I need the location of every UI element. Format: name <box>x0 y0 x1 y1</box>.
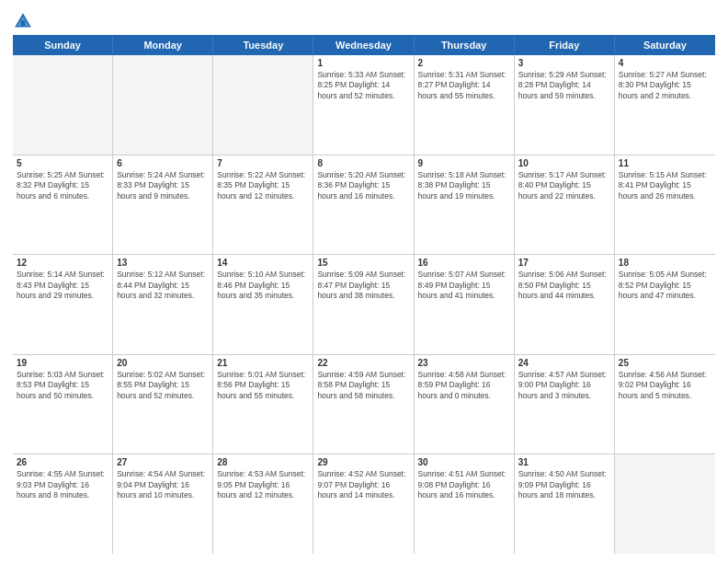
day-number: 27 <box>117 457 209 467</box>
calendar-cell: 31Sunrise: 4:50 AM Sunset: 9:09 PM Dayli… <box>515 454 615 554</box>
cell-text: Sunrise: 4:59 AM Sunset: 8:58 PM Dayligh… <box>317 370 409 401</box>
cell-text: Sunrise: 5:18 AM Sunset: 8:38 PM Dayligh… <box>418 170 510 201</box>
calendar-cell <box>213 55 313 155</box>
calendar-cell: 2Sunrise: 5:31 AM Sunset: 8:27 PM Daylig… <box>415 55 515 155</box>
calendar-cell: 16Sunrise: 5:07 AM Sunset: 8:49 PM Dayli… <box>415 255 515 354</box>
day-number: 29 <box>317 457 409 467</box>
day-number: 7 <box>217 158 309 168</box>
cell-text: Sunrise: 5:17 AM Sunset: 8:40 PM Dayligh… <box>518 170 610 201</box>
calendar-cell: 18Sunrise: 5:05 AM Sunset: 8:52 PM Dayli… <box>615 255 715 354</box>
day-number: 28 <box>217 457 309 467</box>
cell-text: Sunrise: 5:33 AM Sunset: 8:25 PM Dayligh… <box>317 70 409 101</box>
calendar-row: 5Sunrise: 5:25 AM Sunset: 8:32 PM Daylig… <box>13 155 715 256</box>
day-number: 30 <box>418 457 510 467</box>
calendar-cell: 8Sunrise: 5:20 AM Sunset: 8:36 PM Daylig… <box>313 155 414 255</box>
day-number: 11 <box>619 158 711 168</box>
calendar-cell: 17Sunrise: 5:06 AM Sunset: 8:50 PM Dayli… <box>515 255 615 354</box>
cell-text: Sunrise: 5:14 AM Sunset: 8:43 PM Dayligh… <box>17 270 108 301</box>
day-number: 2 <box>418 58 510 68</box>
day-number: 24 <box>518 358 610 368</box>
calendar-cell: 6Sunrise: 5:24 AM Sunset: 8:33 PM Daylig… <box>113 155 213 255</box>
cell-text: Sunrise: 5:05 AM Sunset: 8:52 PM Dayligh… <box>619 270 711 301</box>
cell-text: Sunrise: 5:25 AM Sunset: 8:32 PM Dayligh… <box>17 170 108 201</box>
cell-text: Sunrise: 5:09 AM Sunset: 8:47 PM Dayligh… <box>317 270 409 301</box>
weekday-header: Saturday <box>615 35 715 55</box>
calendar-cell: 14Sunrise: 5:10 AM Sunset: 8:46 PM Dayli… <box>213 255 313 354</box>
calendar-cell: 24Sunrise: 4:57 AM Sunset: 9:00 PM Dayli… <box>515 355 615 454</box>
calendar-cell: 30Sunrise: 4:51 AM Sunset: 9:08 PM Dayli… <box>415 454 515 554</box>
day-number: 19 <box>17 358 108 368</box>
day-number: 22 <box>317 358 409 368</box>
weekday-header: Friday <box>515 35 615 55</box>
calendar-row: 26Sunrise: 4:55 AM Sunset: 9:03 PM Dayli… <box>13 454 715 554</box>
day-number: 15 <box>317 258 409 268</box>
weekday-header: Thursday <box>415 35 515 55</box>
cell-text: Sunrise: 4:55 AM Sunset: 9:03 PM Dayligh… <box>17 469 108 500</box>
calendar-cell: 4Sunrise: 5:27 AM Sunset: 8:30 PM Daylig… <box>615 55 715 155</box>
calendar-cell: 12Sunrise: 5:14 AM Sunset: 8:43 PM Dayli… <box>13 255 113 354</box>
cell-text: Sunrise: 5:01 AM Sunset: 8:56 PM Dayligh… <box>217 370 309 401</box>
day-number: 13 <box>117 258 209 268</box>
calendar-row: 19Sunrise: 5:03 AM Sunset: 8:53 PM Dayli… <box>13 355 715 455</box>
calendar-cell: 22Sunrise: 4:59 AM Sunset: 8:58 PM Dayli… <box>313 355 414 454</box>
day-number: 10 <box>518 158 610 168</box>
calendar-cell: 13Sunrise: 5:12 AM Sunset: 8:44 PM Dayli… <box>113 255 213 354</box>
calendar-cell <box>615 454 715 554</box>
cell-text: Sunrise: 5:03 AM Sunset: 8:53 PM Dayligh… <box>17 370 108 401</box>
day-number: 16 <box>418 258 510 268</box>
cell-text: Sunrise: 4:58 AM Sunset: 8:59 PM Dayligh… <box>418 370 510 401</box>
calendar-cell: 28Sunrise: 4:53 AM Sunset: 9:05 PM Dayli… <box>213 454 313 554</box>
calendar-cell: 10Sunrise: 5:17 AM Sunset: 8:40 PM Dayli… <box>515 155 615 255</box>
cell-text: Sunrise: 5:06 AM Sunset: 8:50 PM Dayligh… <box>518 270 610 301</box>
day-number: 4 <box>619 58 711 68</box>
day-number: 9 <box>418 158 510 168</box>
day-number: 3 <box>518 58 610 68</box>
cell-text: Sunrise: 4:53 AM Sunset: 9:05 PM Dayligh… <box>217 469 309 500</box>
cell-text: Sunrise: 5:31 AM Sunset: 8:27 PM Dayligh… <box>418 70 510 101</box>
cell-text: Sunrise: 5:15 AM Sunset: 8:41 PM Dayligh… <box>619 170 711 201</box>
day-number: 23 <box>418 358 510 368</box>
calendar-cell: 26Sunrise: 4:55 AM Sunset: 9:03 PM Dayli… <box>13 454 113 554</box>
calendar-row: 12Sunrise: 5:14 AM Sunset: 8:43 PM Dayli… <box>13 255 715 355</box>
day-number: 17 <box>518 258 610 268</box>
calendar-cell: 29Sunrise: 4:52 AM Sunset: 9:07 PM Dayli… <box>313 454 414 554</box>
day-number: 1 <box>317 58 409 68</box>
day-number: 31 <box>518 457 610 467</box>
calendar-cell: 5Sunrise: 5:25 AM Sunset: 8:32 PM Daylig… <box>13 155 113 255</box>
calendar-cell: 1Sunrise: 5:33 AM Sunset: 8:25 PM Daylig… <box>313 55 414 155</box>
cell-text: Sunrise: 5:29 AM Sunset: 8:28 PM Dayligh… <box>518 70 610 101</box>
cell-text: Sunrise: 4:57 AM Sunset: 9:00 PM Dayligh… <box>518 370 610 401</box>
weekday-header: Wednesday <box>313 35 414 55</box>
day-number: 25 <box>619 358 711 368</box>
cell-text: Sunrise: 4:56 AM Sunset: 9:02 PM Dayligh… <box>619 370 711 401</box>
calendar-cell <box>113 55 213 155</box>
svg-rect-2 <box>21 20 25 26</box>
calendar-row: 1Sunrise: 5:33 AM Sunset: 8:25 PM Daylig… <box>13 55 715 155</box>
cell-text: Sunrise: 5:24 AM Sunset: 8:33 PM Dayligh… <box>117 170 209 201</box>
calendar-cell: 25Sunrise: 4:56 AM Sunset: 9:02 PM Dayli… <box>615 355 715 454</box>
calendar-cell: 3Sunrise: 5:29 AM Sunset: 8:28 PM Daylig… <box>515 55 615 155</box>
calendar-cell: 9Sunrise: 5:18 AM Sunset: 8:38 PM Daylig… <box>415 155 515 255</box>
day-number: 6 <box>117 158 209 168</box>
logo-icon <box>13 11 33 31</box>
day-number: 21 <box>217 358 309 368</box>
page: SundayMondayTuesdayWednesdayThursdayFrid… <box>0 0 728 563</box>
day-number: 8 <box>317 158 409 168</box>
cell-text: Sunrise: 4:54 AM Sunset: 9:04 PM Dayligh… <box>117 469 209 500</box>
calendar-cell: 27Sunrise: 4:54 AM Sunset: 9:04 PM Dayli… <box>113 454 213 554</box>
cell-text: Sunrise: 4:50 AM Sunset: 9:09 PM Dayligh… <box>518 469 610 500</box>
weekday-header: Tuesday <box>213 35 313 55</box>
calendar-cell: 7Sunrise: 5:22 AM Sunset: 8:35 PM Daylig… <box>213 155 313 255</box>
calendar-cell <box>13 55 113 155</box>
day-number: 26 <box>17 457 108 467</box>
calendar: SundayMondayTuesdayWednesdayThursdayFrid… <box>13 35 715 554</box>
calendar-cell: 15Sunrise: 5:09 AM Sunset: 8:47 PM Dayli… <box>313 255 414 354</box>
day-number: 5 <box>17 158 108 168</box>
day-number: 14 <box>217 258 309 268</box>
weekday-header: Monday <box>113 35 213 55</box>
calendar-cell: 23Sunrise: 4:58 AM Sunset: 8:59 PM Dayli… <box>415 355 515 454</box>
weekday-header: Sunday <box>13 35 113 55</box>
calendar-body: 1Sunrise: 5:33 AM Sunset: 8:25 PM Daylig… <box>13 55 715 554</box>
header <box>13 11 715 31</box>
logo <box>13 11 36 31</box>
